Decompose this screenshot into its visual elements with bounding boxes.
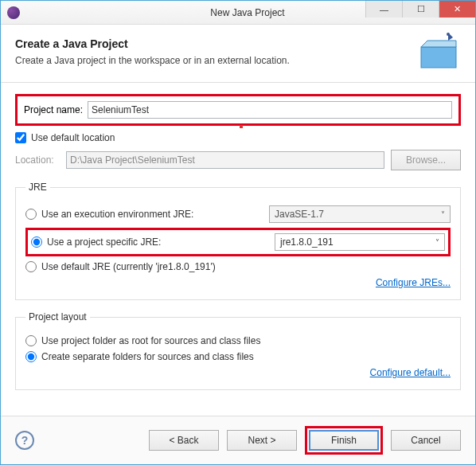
jre-exec-env-select: JavaSE-1.7 ˅ (269, 205, 451, 223)
jre-specific-radio[interactable] (31, 236, 42, 248)
page-subtitle: Create a Java project in the workspace o… (15, 55, 404, 66)
wizard-header: Create a Java Project Create a Java proj… (1, 25, 475, 83)
svg-rect-0 (421, 47, 456, 68)
wizard-footer: ? < Back Next > Finish Cancel (1, 416, 475, 464)
chevron-down-icon: ˅ (435, 238, 439, 247)
jre-specific-select[interactable]: jre1.8.0_191 ˅ (275, 233, 445, 251)
jre-legend: JRE (25, 182, 50, 193)
layout-separate-label: Create separate folders for sources and … (41, 351, 254, 362)
browse-button: Browse... (391, 150, 461, 170)
titlebar: New Java Project — ☐ ✕ (1, 1, 475, 25)
jre-specific-highlight: Use a project specific JRE: jre1.8.0_191… (25, 228, 451, 256)
help-button[interactable]: ? (15, 431, 34, 450)
configure-jres-link[interactable]: Configure JREs... (376, 277, 451, 288)
jre-default-label: Use default JRE (currently 'jre1.8.0_191… (41, 261, 216, 272)
finish-highlight: Finish (305, 426, 383, 455)
page-title: Create a Java Project (15, 37, 404, 50)
layout-root-label: Use project folder as root for sources a… (41, 335, 260, 346)
layout-separate-radio[interactable] (25, 351, 37, 362)
jre-group: JRE Use an execution environment JRE: Ja… (15, 182, 461, 300)
project-layout-legend: Project layout (25, 311, 90, 322)
cancel-button[interactable]: Cancel (391, 430, 461, 451)
location-input (66, 151, 384, 169)
jre-exec-env-label: Use an execution environment JRE: (41, 209, 264, 220)
svg-point-1 (447, 33, 450, 36)
layout-root-radio[interactable] (25, 335, 37, 346)
folder-java-icon (416, 33, 461, 71)
close-button[interactable]: ✕ (439, 1, 475, 18)
next-button[interactable]: Next > (227, 430, 297, 451)
project-name-highlight: Project name: (15, 94, 461, 126)
jre-specific-label: Use a project specific JRE: (47, 236, 270, 248)
back-button[interactable]: < Back (149, 430, 219, 451)
location-label: Location: (15, 154, 60, 166)
jre-exec-env-radio[interactable] (25, 209, 37, 220)
minimize-button[interactable]: — (365, 1, 402, 18)
eclipse-icon (7, 6, 20, 19)
project-name-input[interactable] (88, 101, 452, 119)
use-default-location-label: Use default location (31, 132, 115, 143)
finish-button[interactable]: Finish (309, 430, 379, 451)
jre-default-radio[interactable] (25, 261, 37, 272)
maximize-button[interactable]: ☐ (402, 1, 439, 18)
project-name-label: Project name: (24, 104, 83, 115)
project-layout-group: Project layout Use project folder as roo… (15, 311, 461, 390)
configure-default-link[interactable]: Configure default... (370, 367, 451, 378)
chevron-down-icon: ˅ (441, 210, 445, 219)
use-default-location-checkbox[interactable] (15, 132, 26, 143)
red-dot-marker (240, 125, 243, 128)
